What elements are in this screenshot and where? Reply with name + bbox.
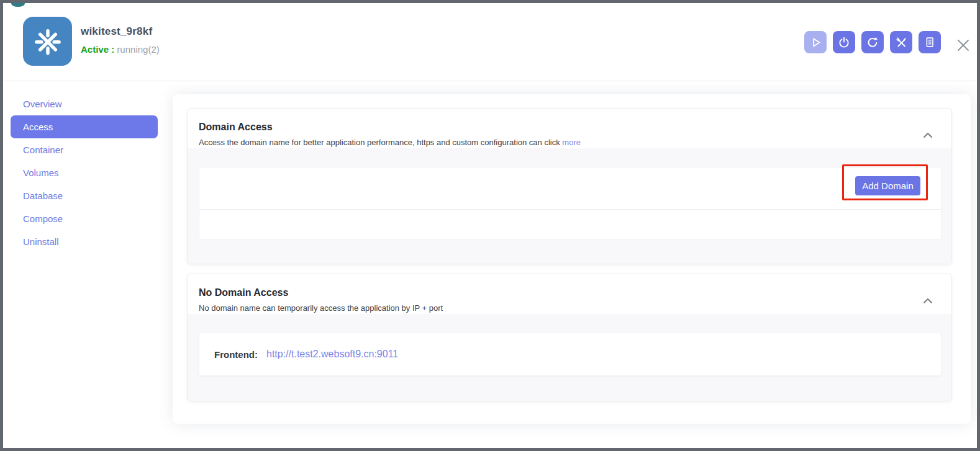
start-button[interactable] xyxy=(804,31,827,53)
sidebar-item-volumes[interactable]: Volumes xyxy=(11,161,158,184)
status-active-label: Active : xyxy=(81,44,114,55)
no-domain-access-subtitle: No domain name can temporarily access th… xyxy=(199,303,443,313)
add-domain-button[interactable]: Add Domain xyxy=(855,176,920,195)
close-modal-button[interactable] xyxy=(955,37,972,54)
close-icon xyxy=(956,38,971,53)
domain-access-card: Domain Access Access the domain name for… xyxy=(187,108,952,264)
repair-button[interactable] xyxy=(890,31,912,53)
sidebar-nav: Overview Access Container Volumes Databa… xyxy=(11,92,158,253)
app-title: wikitest_9r8kf xyxy=(81,25,152,38)
stop-button[interactable] xyxy=(833,31,855,53)
collapse-chevron-icon[interactable] xyxy=(922,130,934,141)
content-panel: Domain Access Access the domain name for… xyxy=(173,94,971,424)
logs-button[interactable] xyxy=(919,31,941,53)
sidebar-item-database[interactable]: Database xyxy=(11,184,158,207)
restart-icon xyxy=(866,35,879,49)
asterisk-logo-glyph xyxy=(30,24,66,60)
app-detail-modal: wikitest_9r8kf Active : running(2) xyxy=(0,0,980,451)
header-divider xyxy=(3,81,977,81)
sidebar-item-overview[interactable]: Overview xyxy=(11,92,158,115)
document-icon xyxy=(923,35,937,49)
app-status: Active : running(2) xyxy=(81,44,160,55)
frontend-label: Frontend: xyxy=(214,349,258,360)
frontend-url-link[interactable]: http://t.test2.websoft9.cn:9011 xyxy=(266,349,398,360)
frontend-access-row: Frontend: http://t.test2.websoft9.cn:901… xyxy=(199,333,941,376)
status-running-value: running(2) xyxy=(117,44,159,55)
tools-icon xyxy=(894,35,908,49)
background-page-peek xyxy=(11,0,25,7)
restart-button[interactable] xyxy=(861,31,884,53)
sidebar-item-uninstall[interactable]: Uninstall xyxy=(11,230,158,253)
domain-access-title: Domain Access xyxy=(199,122,273,133)
domain-access-body: Add Domain xyxy=(188,148,951,264)
no-domain-access-card: No Domain Access No domain name can temp… xyxy=(187,274,952,401)
power-icon xyxy=(837,35,851,49)
app-action-toolbar xyxy=(804,31,941,53)
domain-table: Add Domain xyxy=(199,167,941,239)
app-logo-icon xyxy=(23,17,72,66)
sidebar-item-container[interactable]: Container xyxy=(11,138,158,161)
domain-access-subtitle: Access the domain name for better applic… xyxy=(199,138,581,147)
domain-table-empty-row xyxy=(199,210,941,239)
collapse-chevron-icon[interactable] xyxy=(922,295,934,307)
no-domain-access-title: No Domain Access xyxy=(199,287,288,298)
more-link[interactable]: more xyxy=(562,138,581,147)
play-icon xyxy=(809,35,823,50)
sidebar-item-compose[interactable]: Compose xyxy=(11,207,158,230)
domain-table-toolbar: Add Domain xyxy=(199,167,941,210)
sidebar-item-access[interactable]: Access xyxy=(11,115,158,138)
no-domain-access-body: Frontend: http://t.test2.websoft9.cn:901… xyxy=(188,314,951,401)
